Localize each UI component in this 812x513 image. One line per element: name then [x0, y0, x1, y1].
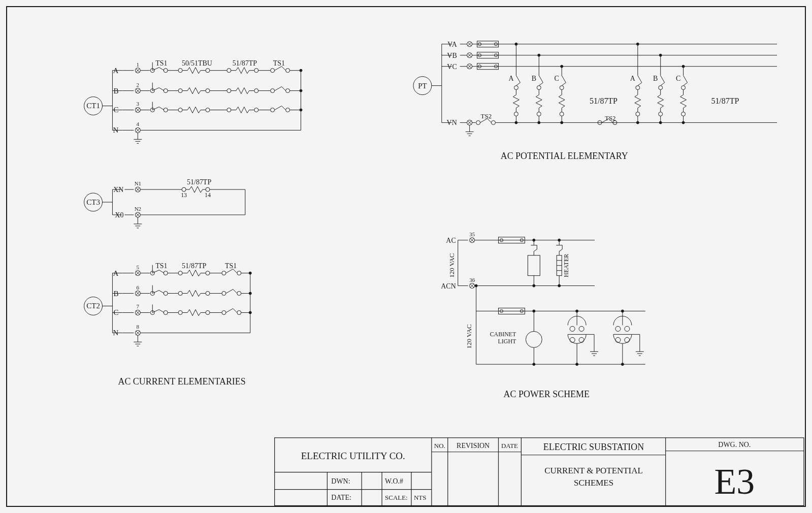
svg-point-245 — [560, 86, 564, 90]
svg-point-61 — [206, 108, 210, 112]
svg-point-323 — [579, 326, 584, 331]
tb-revision: REVISION — [457, 442, 490, 450]
ct3-xn-num: N1 — [135, 180, 141, 186]
ct3-row-x0: X0 N2 — [112, 206, 245, 228]
pt-g2-c: C — [676, 75, 680, 82]
tb-scale-val: NTS — [414, 494, 426, 501]
ct2-c-num: 7 — [137, 303, 140, 309]
drawing-frame: CT1 TS1 50/51TBU 51/87TP TS1 A 1 B — [6, 6, 806, 507]
svg-point-138 — [178, 292, 182, 296]
ct1-ts-left: TS1 — [155, 59, 167, 67]
ct3-row-xn: XN N1 13 14 — [112, 180, 245, 199]
svg-point-250 — [561, 121, 563, 124]
svg-point-248 — [560, 112, 564, 116]
svg-point-339 — [615, 337, 621, 342]
title-power: AC POWER SCHEME — [504, 389, 590, 399]
svg-point-337 — [625, 326, 630, 331]
svg-point-340 — [625, 337, 630, 342]
ct1-relay1: 50/51TBU — [182, 59, 212, 67]
svg-point-38 — [206, 89, 210, 93]
svg-point-269 — [681, 86, 686, 90]
ct1-ts-right: TS1 — [273, 59, 285, 67]
tb-wo: W.O.# — [385, 477, 403, 485]
ct2-label: CT2 — [86, 302, 100, 310]
svg-point-58 — [178, 108, 182, 112]
svg-point-23 — [286, 69, 290, 73]
power-ac-num: 35 — [469, 231, 475, 237]
ct2-row-c: C 7 — [112, 303, 251, 316]
ct3-term-b: 14 — [205, 191, 211, 199]
pt-g1-c: C — [555, 75, 559, 82]
svg-point-143 — [222, 292, 226, 296]
title-current: AC CURRENT ELEMENTARIES — [118, 376, 245, 387]
pt-row-vn: VN TS2 TS2 — [442, 112, 777, 136]
ct2-a-num: 5 — [137, 264, 140, 270]
ct1-n-name: N — [113, 126, 119, 134]
power-heater-label: HEATER — [563, 254, 570, 277]
svg-point-162 — [237, 310, 241, 314]
tb-scale-label: SCALE: — [385, 494, 408, 501]
svg-point-123 — [206, 271, 210, 275]
pt-row-vc: VC — [442, 63, 777, 71]
ct1-row-n: N 4 — [112, 121, 301, 143]
ct3-x0-num: N2 — [135, 206, 141, 212]
ct2-a-name: A — [113, 269, 119, 277]
tb-sheet1: CURRENT & POTENTIAL — [544, 466, 643, 475]
svg-point-326 — [579, 337, 584, 342]
svg-point-68 — [271, 108, 275, 112]
svg-point-144 — [237, 292, 241, 296]
power-block: AC 35 ACN 36 120 VAC HEATER 120 VAC — [441, 231, 645, 366]
svg-point-342 — [621, 363, 624, 366]
pt-label: PT — [418, 82, 427, 90]
pt-vb-name: VB — [447, 52, 457, 59]
ct2-row-n: N 8 — [112, 324, 250, 346]
svg-point-17 — [227, 69, 231, 73]
svg-point-261 — [659, 86, 663, 90]
ct3-term-a: 13 — [181, 191, 187, 199]
pt-relay-1: 51/87TP — [590, 97, 618, 105]
ct1-label: CT1 — [86, 102, 100, 110]
svg-point-232 — [514, 112, 518, 116]
svg-point-274 — [682, 121, 685, 124]
svg-point-46 — [286, 89, 290, 93]
svg-point-305 — [558, 284, 561, 287]
schematic-canvas: CT1 TS1 50/51TBU 51/87TP TS1 A 1 B — [7, 7, 805, 506]
ct1-row-b: B 2 — [112, 82, 302, 95]
svg-point-253 — [636, 86, 640, 90]
svg-point-272 — [681, 112, 686, 116]
svg-rect-294 — [528, 255, 540, 276]
svg-point-63 — [227, 108, 231, 112]
ct1-relay2: 51/87TP — [233, 59, 257, 67]
svg-point-125 — [222, 271, 226, 275]
ct1-b-name: B — [113, 87, 118, 95]
power-device-1 — [528, 239, 540, 287]
power-cabinet-light: CABINET LIGHT — [490, 310, 542, 366]
pt-ts2-1: TS2 — [481, 112, 492, 120]
svg-point-234 — [515, 121, 517, 124]
ct3-x0-name: X0 — [115, 211, 123, 219]
svg-point-154 — [164, 310, 168, 314]
svg-point-56 — [164, 108, 168, 112]
svg-point-242 — [538, 121, 540, 124]
svg-point-266 — [659, 121, 662, 124]
svg-point-118 — [164, 271, 168, 275]
pt-g1-a: A — [508, 75, 513, 82]
tb-dwn: DWN: — [331, 477, 350, 485]
svg-point-161 — [222, 310, 226, 314]
svg-point-69 — [286, 108, 290, 112]
tb-company: ELECTRIC UTILITY CO. — [301, 451, 405, 461]
svg-point-15 — [206, 69, 210, 73]
ct2-b-num: 6 — [137, 284, 140, 291]
title-potential: AC POTENTIAL ELEMENTARY — [501, 151, 628, 161]
svg-point-92 — [182, 187, 186, 191]
svg-point-126 — [237, 271, 241, 275]
svg-point-10 — [164, 69, 168, 73]
ct2-b-name: B — [113, 290, 118, 298]
tb-dwg-no: E3 — [714, 461, 755, 502]
power-volt-1: 120 VAC — [448, 253, 456, 278]
tb-dwg-no-label: DWG. NO. — [718, 441, 751, 448]
ct2-n-name: N — [113, 329, 119, 337]
pt-vc-name: VC — [447, 63, 457, 71]
svg-point-159 — [206, 310, 210, 314]
ct1-b-num: 2 — [137, 82, 139, 88]
